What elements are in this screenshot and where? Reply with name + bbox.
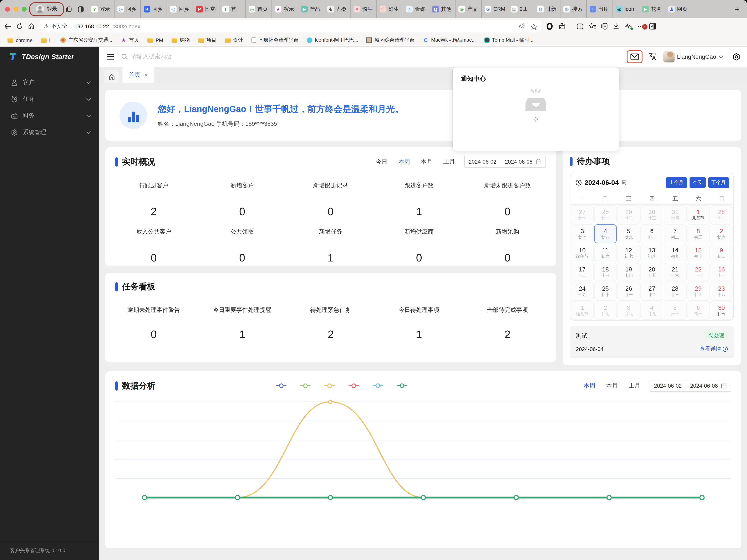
minimize-window-button[interactable] [13,7,18,12]
calendar-nav-button[interactable]: 下个月 [708,177,729,188]
browser-health-icon[interactable] [624,23,632,30]
sidebar-item-task[interactable]: 任务 [0,91,99,107]
filter-option[interactable]: 本月 [606,382,618,389]
calendar-cell[interactable]: 6 初一 [687,301,710,320]
legend-item[interactable] [325,383,335,389]
legend-item[interactable] [276,383,286,389]
page-tab-close-icon[interactable]: × [145,72,148,78]
bookmark-item[interactable]: 设计 [221,35,246,45]
calendar-cell[interactable]: 28 廿一 [594,205,617,224]
calendar-cell[interactable]: 25 廿十 [594,282,617,301]
browser-tab[interactable]: T 出库 [586,0,613,18]
calendar-cell[interactable]: 26 廿一 [617,282,640,301]
calendar-nav-button[interactable]: 今天 [689,177,705,188]
read-aloud-icon[interactable]: A [518,23,525,29]
calendar-cell[interactable]: 30 廿五 [710,301,733,320]
extensions-puzzle-icon[interactable] [558,23,565,30]
overview-daterange[interactable]: 2024-06-02 - 2024-06-08 [464,156,546,168]
bookmark-item[interactable]: PM [144,36,166,44]
calendar-cell[interactable]: 5 廿九 [617,224,640,243]
browser-tab[interactable]: ◉ icon [613,0,639,18]
bookmark-item[interactable]: 项目 [195,35,220,45]
sidebar-toggle-icon[interactable] [649,23,656,30]
sidebar-item-customer[interactable]: 客户 [0,74,99,91]
tab-stack-icon[interactable] [66,6,72,12]
calendar-cell[interactable]: 27 廿十 [571,205,594,224]
calendar-cell[interactable]: 3 廿七 [571,224,594,243]
browser-tab[interactable]: ◎ 首页 [245,0,272,18]
favorite-star-icon[interactable] [531,23,537,29]
calendar-cell[interactable]: 21 十六 [664,263,687,281]
bookmark-item[interactable]: MacWk - 精品mac... [419,35,479,45]
filter-option[interactable]: 今日 [376,158,387,166]
bookmark-item[interactable]: 购物 [168,35,193,45]
browser-tab[interactable]: ▤ 2.1 [508,0,534,18]
close-window-button[interactable] [5,7,10,12]
calendar-cell[interactable]: 11 初六 [594,244,617,262]
calendar-cell[interactable]: 23 十八 [710,282,733,301]
browser-tab[interactable]: ◎ 回乡 [114,0,140,18]
browser-tab[interactable]: ◍ 【新 [534,0,560,18]
browser-profile-chip[interactable]: 登录 [31,3,62,15]
browser-tab[interactable]: P 悟空( [193,0,219,18]
calendar-cell[interactable]: 12 初七 [617,244,640,262]
bookmark-item[interactable]: 广东省公安厅交通... [57,35,115,45]
bookmark-item[interactable]: Iconfont-阿里巴巴... [303,35,361,45]
calendar-cell[interactable]: 18 十三 [594,263,617,281]
split-screen-icon[interactable] [577,23,583,29]
calendar-cell[interactable]: 2 廿七 [594,301,617,320]
filter-option[interactable]: 上月 [443,158,455,166]
calendar-cell[interactable]: 31 廿四 [664,205,687,224]
calendar-cell[interactable]: 29 廿四 [687,282,710,301]
legend-item[interactable] [349,383,359,389]
browser-tab[interactable]: ◎ 回乡 [166,0,193,18]
calendar-cell[interactable]: 14 初九 [664,244,687,262]
calendar-cell[interactable]: 8 初三 [687,224,710,243]
calendar-cell[interactable]: 27 廿二 [640,282,663,301]
browser-tab[interactable]: ◉ 产品 [455,0,481,18]
calendar-cell[interactable]: 1 建党节 [571,301,594,320]
browser-tab[interactable]: K 回乡 [140,0,166,18]
calendar-cell[interactable]: 10 端午节 [571,244,594,262]
bookmark-item[interactable]: L [37,36,55,44]
calendar-cell[interactable]: 4 廿九 [640,301,663,320]
calendar-cell[interactable]: 2 廿六 [710,224,733,243]
calendar-cell[interactable]: 13 初八 [640,244,663,262]
window-controls[interactable] [5,7,27,12]
bookmark-item[interactable]: 基层社会治理平台 [248,35,302,45]
downloads-icon[interactable] [613,23,619,30]
browser-tab[interactable]: ♥ 骑牛 [350,0,377,18]
browser-tab[interactable]: ◍ 搜索 [560,0,586,18]
calendar-cell[interactable]: 4 廿八 [594,224,617,243]
collections-icon[interactable] [589,23,596,30]
filter-option[interactable]: 上月 [628,382,640,389]
browser-tab[interactable]: ★ 演示 [272,0,298,18]
settings-gear-icon[interactable] [732,53,740,60]
calendar-nav-button[interactable]: 上个月 [666,177,687,188]
calendar-cell[interactable]: 26 十九 [710,205,733,224]
workspace-icon[interactable] [78,6,84,12]
browser-tab[interactable]: T 首 [219,0,245,18]
calendar-cell[interactable]: 9 初四 [710,244,733,262]
calendar-cell[interactable]: 7 初二 [664,224,687,243]
sidebar-item-finance[interactable]: 财务 [0,107,99,124]
calendar-cell[interactable]: 1 儿童节 [687,205,710,224]
bookmark-item[interactable]: 首页 [117,35,142,45]
browser-tab[interactable]: ▶ 花名 [639,0,665,18]
menu-collapse-icon[interactable] [105,52,115,61]
user-menu[interactable]: LiangNengGao [663,51,723,62]
legend-item[interactable] [300,383,311,389]
legend-item[interactable] [397,383,407,389]
extension-ring-icon[interactable] [546,23,553,30]
back-button[interactable] [4,23,11,29]
todo-list-item[interactable]: 测试 待处理 2024-06-04 查看详情 [570,326,734,358]
browser-tab[interactable]: ♞ 古桑 [324,0,350,18]
calendar-cell[interactable]: 6 初一 [640,224,663,243]
page-tab-home[interactable]: 首页 × [122,67,154,83]
calendar-cell[interactable]: 20 十五 [640,263,663,281]
legend-item[interactable] [373,383,383,389]
calendar-cell[interactable]: 28 廿三 [664,282,687,301]
address-bar[interactable]: ⚠ 不安全 192.168.10.22:3002/index A [40,20,541,32]
app-logo[interactable]: TDesign Starter [0,47,99,67]
filter-option[interactable]: 本月 [421,158,432,166]
